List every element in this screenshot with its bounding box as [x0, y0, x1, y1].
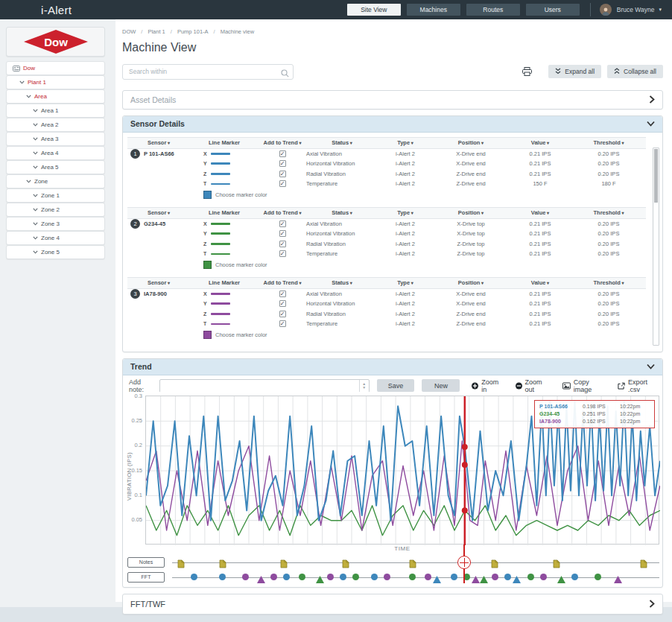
- nav-users[interactable]: Users: [526, 4, 580, 16]
- note-marker-icon[interactable]: [553, 558, 560, 571]
- add-to-trend-checkbox[interactable]: ✓: [279, 241, 286, 247]
- column-header-value[interactable]: Value ▾: [509, 209, 571, 216]
- sort-caret-icon[interactable]: ▾: [410, 211, 413, 215]
- fft-marker-circle[interactable]: [527, 574, 534, 580]
- avatar[interactable]: [600, 4, 612, 16]
- sort-caret-icon[interactable]: ▾: [349, 211, 352, 215]
- user-name[interactable]: Bruce Wayne: [617, 6, 655, 13]
- cursor-drag-handle[interactable]: [457, 556, 471, 569]
- breadcrumb-item-dow[interactable]: DOW: [122, 28, 136, 35]
- note-spinner[interactable]: ▲▼: [359, 380, 369, 392]
- sort-caret-icon[interactable]: ▾: [545, 281, 549, 285]
- user-menu-caret-icon[interactable]: ▾: [659, 7, 662, 13]
- new-button[interactable]: New: [422, 379, 460, 392]
- add-to-trend-checkbox[interactable]: ✓: [279, 230, 286, 237]
- nav-machines[interactable]: Machines: [407, 4, 460, 16]
- sidebar-item-zone-2[interactable]: Zone 2: [6, 203, 105, 217]
- sidebar-item-area-3[interactable]: Area 3: [6, 132, 105, 146]
- fft-marker-circle[interactable]: [340, 574, 346, 580]
- export-csv-button[interactable]: Export .csv: [618, 378, 658, 393]
- breadcrumb-item-plant-1[interactable]: Plant 1: [148, 28, 165, 35]
- sort-caret-icon[interactable]: ▾: [298, 281, 302, 285]
- collapse-all-button[interactable]: Collapse all: [607, 65, 663, 78]
- fft-marker-circle[interactable]: [425, 574, 431, 580]
- copy-image-button[interactable]: Copy image: [562, 378, 606, 393]
- column-header-sensor[interactable]: Sensor ▾: [127, 139, 190, 146]
- sort-caret-icon[interactable]: ▾: [166, 281, 170, 285]
- fft-marker-circle[interactable]: [540, 574, 547, 580]
- zoom-out-button[interactable]: Zoom out: [516, 378, 551, 393]
- sidebar-item-zone-4[interactable]: Zone 4: [6, 231, 105, 245]
- fft-marker-triangle[interactable]: [513, 573, 521, 586]
- sort-caret-icon[interactable]: ▾: [545, 141, 549, 145]
- column-header-status[interactable]: Status ▾: [306, 139, 378, 146]
- breadcrumb-item-pump-101-a[interactable]: Pump 101-A: [177, 28, 209, 35]
- sort-caret-icon[interactable]: ▾: [621, 281, 624, 285]
- choose-marker-color-row[interactable]: Choose marker color: [127, 259, 646, 270]
- sort-caret-icon[interactable]: ▾: [349, 281, 352, 285]
- sidebar-item-zone-5[interactable]: Zone 5: [6, 245, 105, 259]
- marker-color-swatch[interactable]: [203, 261, 212, 269]
- fft-marker-circle[interactable]: [242, 574, 249, 580]
- sort-caret-icon[interactable]: ▾: [298, 211, 302, 215]
- fft-marker-circle[interactable]: [409, 574, 416, 580]
- note-marker-icon[interactable]: [491, 558, 498, 571]
- sort-caret-icon[interactable]: ▾: [480, 211, 484, 215]
- fft-marker-circle[interactable]: [352, 574, 359, 580]
- marker-color-swatch[interactable]: [203, 191, 212, 199]
- sensor-details-header[interactable]: Sensor Details: [123, 116, 662, 133]
- sort-caret-icon[interactable]: ▾: [166, 211, 170, 215]
- sort-caret-icon[interactable]: ▾: [298, 141, 302, 145]
- column-header-sensor[interactable]: Sensor ▾: [127, 209, 190, 216]
- add-note-input[interactable]: [160, 382, 369, 394]
- sort-caret-icon[interactable]: ▾: [545, 211, 549, 215]
- note-marker-icon[interactable]: [219, 558, 226, 571]
- sort-caret-icon[interactable]: ▾: [621, 141, 624, 145]
- fft-marker-triangle[interactable]: [614, 573, 622, 586]
- add-to-trend-checkbox[interactable]: ✓: [279, 300, 286, 307]
- add-to-trend-checkbox[interactable]: ✓: [279, 291, 286, 297]
- trend-header[interactable]: Trend: [123, 359, 662, 375]
- column-header-value[interactable]: Value ▾: [509, 139, 571, 146]
- column-header-type[interactable]: Type ▾: [378, 209, 433, 216]
- fft-marker-circle[interactable]: [595, 574, 601, 580]
- fft-marker-circle[interactable]: [492, 574, 498, 580]
- fft-marker-circle[interactable]: [191, 574, 197, 580]
- sidebar-item-area-4[interactable]: Area 4: [6, 146, 105, 160]
- asset-details-header[interactable]: Asset Details: [123, 91, 662, 109]
- fft-marker-triangle[interactable]: [472, 573, 480, 586]
- fft-marker-circle[interactable]: [384, 574, 390, 580]
- notes-track-button[interactable]: Notes: [127, 557, 165, 568]
- column-header-sensor[interactable]: Sensor ▾: [127, 279, 190, 286]
- fft-marker-circle[interactable]: [571, 574, 578, 580]
- fft-marker-triangle[interactable]: [480, 573, 488, 586]
- fft-marker-triangle[interactable]: [316, 573, 324, 586]
- column-header-threshold[interactable]: Threshold ▾: [571, 209, 646, 216]
- sidebar-item-zone[interactable]: Zone: [6, 174, 105, 188]
- note-marker-icon[interactable]: [640, 558, 647, 571]
- fft-marker-circle[interactable]: [504, 574, 511, 580]
- zoom-in-button[interactable]: Zoom in: [472, 378, 503, 393]
- column-header-position[interactable]: Position ▾: [433, 209, 509, 216]
- add-to-trend-checkbox[interactable]: ✓: [279, 150, 286, 157]
- add-to-trend-checkbox[interactable]: ✓: [279, 320, 286, 327]
- sidebar-item-area-5[interactable]: Area 5: [6, 160, 105, 174]
- save-button[interactable]: Save: [377, 379, 415, 392]
- fft-marker-triangle[interactable]: [433, 573, 441, 586]
- fft-marker-circle[interactable]: [283, 574, 290, 580]
- expand-all-button[interactable]: Expand all: [548, 65, 601, 78]
- column-header-add-to-trend[interactable]: Add to Trend ▾: [259, 209, 306, 216]
- add-to-trend-checkbox[interactable]: ✓: [279, 160, 286, 167]
- fft-marker-circle[interactable]: [219, 574, 226, 580]
- add-to-trend-checkbox[interactable]: ✓: [279, 250, 286, 257]
- sidebar-item-zone-1[interactable]: Zone 1: [6, 188, 105, 203]
- note-marker-icon[interactable]: [342, 558, 349, 571]
- column-header-status[interactable]: Status ▾: [306, 279, 378, 286]
- column-header-position[interactable]: Position ▾: [433, 279, 509, 286]
- column-header-type[interactable]: Type ▾: [378, 139, 433, 146]
- print-button[interactable]: [522, 67, 532, 76]
- column-header-value[interactable]: Value ▾: [509, 279, 571, 286]
- fft-marker-circle[interactable]: [299, 574, 305, 580]
- fft-twf-header[interactable]: FFT/TWF: [123, 594, 662, 614]
- add-to-trend-checkbox[interactable]: ✓: [279, 311, 286, 317]
